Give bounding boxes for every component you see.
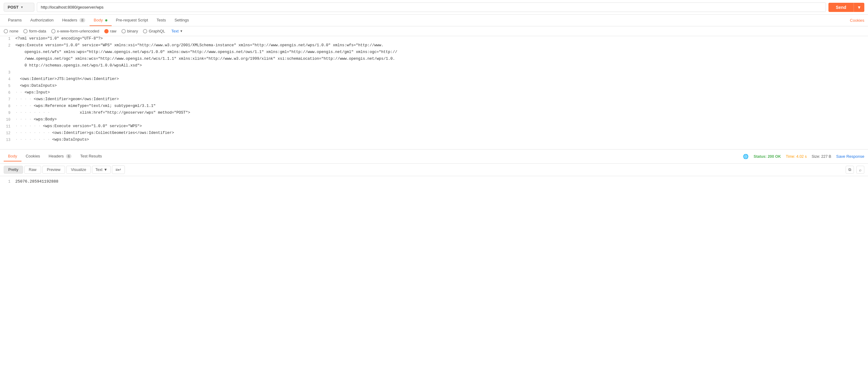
tab-tests[interactable]: Tests: [152, 15, 170, 26]
code-line-11: 11 · · · · · · <wps:Execute version="1.0…: [0, 124, 868, 131]
fmt-visualize-btn[interactable]: Visualize: [66, 166, 91, 174]
send-button[interactable]: Send: [829, 3, 854, 12]
code-editor[interactable]: 1 <?xml version="1.0" encoding="UTF-8"?>…: [0, 36, 868, 149]
fmt-preview-btn[interactable]: Preview: [42, 166, 65, 174]
radio-none: [4, 29, 8, 33]
body-type-urlencoded-label: x-www-form-urlencoded: [57, 29, 99, 33]
code-line-12: 12 · · · · · · · · <ows:Identifier>gs:Co…: [0, 131, 868, 137]
raw-format-chevron: ▼: [180, 29, 183, 33]
code-line-2d: 0 http://schemas.opengis.net/wps/1.0.0/w…: [0, 63, 868, 70]
resp-status: Status: 200 OK: [753, 154, 781, 159]
resp-icons: ⧉ ⌕: [846, 166, 864, 174]
code-line-4: 4 <ows:Identifier>JTS:length</ows:Identi…: [0, 77, 868, 83]
body-type-form-data[interactable]: form-data: [23, 29, 46, 33]
send-dropdown-button[interactable]: ▼: [854, 3, 864, 12]
raw-format-label: Text: [171, 29, 179, 33]
resp-line-1: 1 25076.285941192888: [0, 179, 868, 184]
body-type-none[interactable]: none: [4, 29, 19, 33]
body-type-raw-label: raw: [110, 29, 117, 33]
send-group: Send ▼: [829, 3, 864, 12]
code-line-6: 6 · · <wps:Input>: [0, 90, 868, 97]
body-dot: [105, 19, 107, 22]
url-input[interactable]: [37, 2, 826, 12]
code-line-10: 10 · · · · <wps:Body>: [0, 117, 868, 124]
code-line-2b: opengis.net/wfs" xmlns:wps="http://www.o…: [0, 49, 868, 56]
tab-body[interactable]: Body: [90, 15, 112, 26]
body-type-none-label: none: [9, 29, 19, 33]
resp-format-label: Text: [95, 168, 102, 172]
body-type-graphql-label: GraphQL: [149, 29, 165, 33]
search-resp-button[interactable]: ⌕: [856, 166, 864, 174]
code-line-2c: /www.opengis.net/ogc" xmlns:wcs="http://…: [0, 56, 868, 63]
tab-pre-request[interactable]: Pre-request Script: [112, 15, 152, 26]
body-type-form-data-label: form-data: [29, 29, 46, 33]
body-type-raw[interactable]: raw: [104, 29, 117, 33]
fmt-raw-btn[interactable]: Raw: [24, 166, 41, 174]
headers-badge: 8: [80, 18, 85, 22]
save-response-link[interactable]: Save Response: [836, 154, 864, 159]
cookies-link[interactable]: Cookies: [850, 18, 864, 23]
code-line-7: 7 · · · · <ows:Identifier>geom</ows:Iden…: [0, 97, 868, 104]
code-line-9: 9 · · · · · · · · xlink:href="http://geo…: [0, 110, 868, 117]
code-line-2: 2 <wps:Execute version="1.0.0" service="…: [0, 43, 868, 49]
tab-authorization[interactable]: Authorization: [26, 15, 58, 26]
body-type-binary-label: binary: [127, 29, 138, 33]
resp-value: 25076.285941192888: [16, 179, 58, 184]
resp-body: 1 25076.285941192888: [0, 176, 868, 187]
tab-params[interactable]: Params: [4, 15, 26, 26]
method-chevron: ▼: [20, 5, 23, 9]
globe-icon: 🌐: [743, 154, 749, 159]
resp-tab-cookies[interactable]: Cookies: [22, 151, 44, 162]
resp-headers-badge: 6: [66, 154, 71, 159]
tab-headers[interactable]: Headers 8: [58, 15, 90, 26]
resp-format-row: Pretty Raw Preview Visualize Text ▼ ≡↵ ⧉…: [0, 164, 868, 176]
resp-size: Size: 227 B: [812, 154, 831, 159]
copy-resp-button[interactable]: ⧉: [846, 166, 854, 174]
radio-raw: [104, 29, 108, 33]
code-line-13: 13 · · · · · · · · <wps:DataInputs>: [0, 137, 868, 144]
resp-time: Time: 4.02 s: [786, 154, 807, 159]
resp-tab-test-results[interactable]: Test Results: [76, 151, 106, 162]
resp-tab-body[interactable]: Body: [4, 151, 22, 162]
fmt-pretty-btn[interactable]: Pretty: [4, 166, 23, 174]
method-label: POST: [8, 5, 19, 9]
radio-form-data: [23, 29, 28, 33]
resp-format-chevron: ▼: [104, 168, 107, 172]
resp-meta: 🌐 Status: 200 OK Time: 4.02 s Size: 227 …: [743, 154, 864, 159]
code-line-5: 5 <wps:DataInputs>: [0, 83, 868, 90]
body-type-urlencoded[interactable]: x-www-form-urlencoded: [51, 29, 99, 33]
body-type-graphql[interactable]: GraphQL: [143, 29, 165, 33]
radio-graphql: [143, 29, 147, 33]
tab-settings[interactable]: Settings: [170, 15, 193, 26]
resp-tab-headers[interactable]: Headers 6: [44, 151, 76, 162]
method-selector[interactable]: POST ▼: [4, 3, 34, 12]
code-line-3: 3: [0, 70, 868, 77]
response-header: Body Cookies Headers 6 Test Results 🌐 St…: [0, 149, 868, 164]
wrap-button[interactable]: ≡↵: [112, 166, 125, 174]
url-bar: POST ▼ Send ▼: [0, 0, 868, 15]
resp-format-selector[interactable]: Text ▼: [92, 166, 111, 174]
body-type-binary[interactable]: binary: [121, 29, 138, 33]
raw-format-selector[interactable]: Text ▼: [171, 29, 183, 33]
code-line-1: 1 <?xml version="1.0" encoding="UTF-8"?>: [0, 36, 868, 43]
code-line-8: 8 · · · · <wps:Reference mimeType="text/…: [0, 104, 868, 110]
radio-binary: [121, 29, 126, 33]
body-type-row: none form-data x-www-form-urlencoded raw…: [0, 26, 868, 36]
radio-urlencoded: [51, 29, 56, 33]
request-tabs: Params Authorization Headers 8 Body Pre-…: [0, 15, 868, 26]
